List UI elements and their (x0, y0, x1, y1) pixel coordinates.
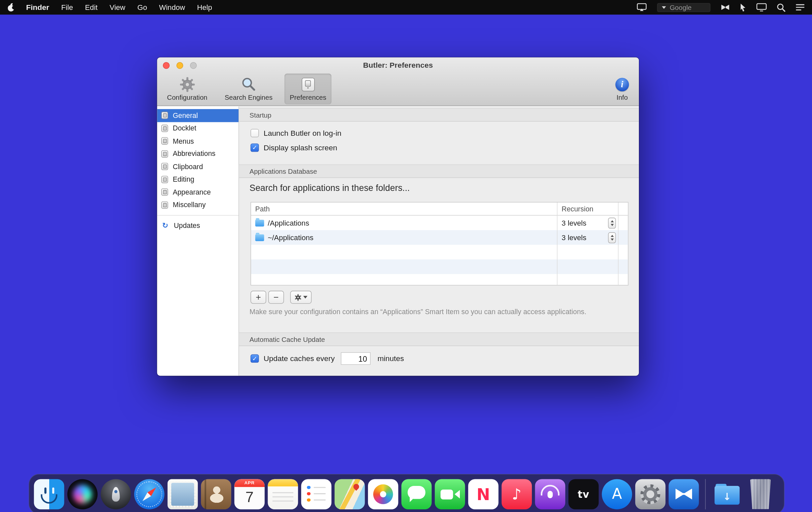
dock-tv[interactable]: tv (569, 479, 599, 509)
sidebar-item-label: Appearance (173, 188, 211, 196)
table-header: Path Recursion (251, 202, 628, 216)
menu-view[interactable]: View (110, 3, 125, 11)
desktop-wallpaper: Finder File Edit View Go Window Help Goo… (0, 0, 812, 512)
sidebar-item-updates[interactable]: Updates (157, 219, 238, 232)
menu-bar-status-items: Google (637, 2, 805, 12)
dock-trash[interactable] (745, 479, 776, 509)
butler-menu-icon[interactable] (721, 4, 730, 10)
sidebar-item-label: Updates (174, 222, 200, 230)
sidebar-item-label: General (173, 112, 198, 120)
screen-mirroring-icon[interactable] (637, 3, 647, 11)
actions-menu-button[interactable] (290, 291, 312, 304)
dock-app-store[interactable]: A (602, 479, 632, 509)
section-title: Applications Database (250, 167, 317, 175)
menubar-search-field[interactable]: Google (657, 2, 711, 12)
app-store-icon: A (602, 479, 632, 509)
pointer-icon[interactable] (740, 3, 747, 12)
sidebar-item-appearance[interactable]: Appearance (157, 186, 238, 199)
dock-mail[interactable] (168, 479, 198, 509)
recursion-stepper[interactable] (608, 232, 616, 243)
row-spacer (618, 230, 628, 245)
sidebar-item-docklet[interactable]: Docklet (157, 122, 238, 135)
sidebar-item-abbreviations[interactable]: Abbreviations (157, 147, 238, 160)
sidebar-item-editing[interactable]: Editing (157, 173, 238, 186)
dock-downloads[interactable]: ↓ (712, 479, 742, 509)
dock-safari[interactable] (134, 479, 165, 509)
toolbar-info-button[interactable]: i Info (610, 74, 634, 104)
remove-folder-button[interactable]: − (268, 291, 284, 304)
toolbar-preferences-button[interactable]: Preferences (284, 74, 331, 104)
dock-podcasts[interactable] (535, 479, 566, 509)
menu-file[interactable]: File (61, 3, 73, 11)
table-row[interactable]: ~/Applications 3 levels (251, 230, 628, 245)
dock-finder[interactable] (34, 479, 64, 509)
info-icon: i (615, 76, 629, 93)
dock-messages[interactable] (401, 479, 432, 509)
sidebar-item-clipboard[interactable]: Clipboard (157, 160, 238, 173)
recursion-stepper[interactable] (608, 217, 616, 228)
dock-calendar[interactable]: APR 7 (234, 479, 265, 509)
music-icon: ♪ (501, 479, 532, 509)
menu-edit[interactable]: Edit (85, 3, 97, 11)
minutes-suffix-label: minutes (378, 354, 404, 363)
dock-notes[interactable] (268, 479, 298, 509)
checkbox-label: Update caches every (264, 354, 335, 363)
switch-icon (161, 176, 168, 183)
menu-app-name[interactable]: Finder (26, 3, 49, 11)
sidebar-item-general[interactable]: General (157, 109, 238, 122)
launch-on-login-checkbox[interactable] (251, 129, 259, 137)
sidebar-item-label: Docklet (173, 124, 196, 132)
dock-news[interactable]: N (468, 479, 498, 509)
toolbar-configuration-label: Configuration (167, 93, 207, 102)
spotlight-icon[interactable] (777, 3, 786, 12)
sidebar-item-label: Clipboard (173, 163, 203, 171)
launchpad-icon (101, 479, 131, 509)
column-header-recursion[interactable]: Recursion (557, 202, 618, 215)
launch-on-login-row: Launch Butler on log-in (251, 129, 341, 137)
window-body: General Docklet Menus Abbreviations Clip… (157, 106, 639, 376)
dock-photos[interactable] (368, 479, 398, 509)
dock-launchpad[interactable] (101, 479, 131, 509)
podcasts-icon (535, 479, 566, 509)
minutes-field[interactable] (341, 352, 371, 365)
table-row[interactable]: /Applications 3 levels (251, 216, 628, 230)
dock-facetime[interactable] (435, 479, 465, 509)
sidebar-separator (157, 215, 238, 216)
dock-siri[interactable] (67, 479, 98, 509)
menu-help[interactable]: Help (197, 3, 212, 11)
menu-window[interactable]: Window (159, 3, 185, 11)
menu-go[interactable]: Go (138, 3, 147, 11)
sidebar-item-label: Abbreviations (173, 150, 215, 158)
mail-icon (168, 479, 198, 509)
switch-icon (161, 150, 168, 158)
list-menu-icon[interactable] (795, 4, 805, 11)
sidebar-item-miscellany[interactable]: Miscellany (157, 199, 238, 211)
dock-music[interactable]: ♪ (501, 479, 532, 509)
toolbar-info-label: Info (616, 93, 628, 102)
dock-contacts[interactable] (201, 479, 231, 509)
dock-maps[interactable] (335, 479, 365, 509)
dock-reminders[interactable] (301, 479, 332, 509)
calendar-month: APR (234, 480, 265, 486)
system-preferences-icon (635, 479, 666, 509)
search-engine-label: Google (670, 3, 691, 11)
column-header-path[interactable]: Path (251, 202, 557, 215)
display-icon[interactable] (756, 3, 767, 11)
smart-item-note: Make sure your configuration contains an… (250, 308, 625, 316)
display-splash-checkbox[interactable] (251, 144, 259, 152)
dock-butler[interactable] (669, 479, 699, 509)
apple-menu-icon[interactable] (7, 3, 14, 11)
add-folder-button[interactable]: + (251, 291, 266, 304)
switch-icon (301, 76, 315, 93)
row-spacer (618, 216, 628, 230)
toolbar-search-engines-button[interactable]: Search Engines (219, 74, 278, 104)
sidebar-item-menus[interactable]: Menus (157, 135, 238, 148)
update-caches-checkbox[interactable] (251, 354, 259, 363)
reminders-icon (301, 479, 332, 509)
toolbar-configuration-button[interactable]: Configuration (162, 74, 213, 104)
table-filler-row (251, 245, 628, 259)
dock-system-preferences[interactable] (635, 479, 666, 509)
butler-app-icon (669, 479, 699, 509)
apple-tv-icon: tv (569, 479, 599, 509)
folder-icon (255, 234, 264, 241)
